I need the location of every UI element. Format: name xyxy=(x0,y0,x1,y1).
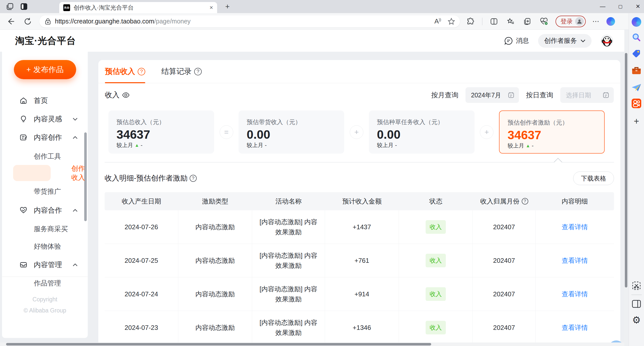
paper-plane-icon[interactable] xyxy=(631,83,641,92)
messages-button[interactable]: 消息 xyxy=(504,36,529,45)
sidebar-item-cooperation[interactable]: 内容合作 xyxy=(2,202,88,218)
card-creator-incentive[interactable]: 预估创作者激励（元） 34637 较上月▲- xyxy=(499,110,605,154)
calendar-icon xyxy=(508,92,514,98)
collections-icon[interactable] xyxy=(506,16,516,26)
screenshot-snip-icon[interactable] xyxy=(632,281,641,291)
edge-sidebar-rail: + ⚙ xyxy=(629,13,644,346)
table-row: 2024-07-25 内容动态激励 [内容动态激励] 内容效果激励 +761 收… xyxy=(105,244,614,277)
view-details-link[interactable]: 查看详情 xyxy=(562,289,588,299)
income-section-label: 收入 xyxy=(105,90,130,100)
query-by-month-label: 按月查询 xyxy=(431,91,458,100)
card-total-income[interactable]: 预估总收入（元） 34637 较上月▲- xyxy=(108,110,214,154)
add-sidebar-item-icon[interactable]: + xyxy=(634,116,639,127)
sidebar-item-creation-tools[interactable]: 创作工具 xyxy=(2,148,88,164)
shopping-tag-icon[interactable] xyxy=(632,49,641,59)
date-placeholder: 选择日期 xyxy=(566,91,591,99)
site-favicon: 光合 xyxy=(63,4,70,11)
search-sidebar-icon[interactable] xyxy=(632,33,641,42)
eye-icon[interactable] xyxy=(122,92,130,98)
window-maximize-button[interactable]: ▢ xyxy=(616,4,624,9)
publish-button[interactable]: + 发布作品 xyxy=(14,60,76,79)
chevron-up-icon xyxy=(73,209,78,212)
chevron-up-icon xyxy=(73,136,78,139)
extensions-icon[interactable] xyxy=(465,16,476,26)
income-tabs: 预估收入 ? 结算记录 ? xyxy=(98,60,620,83)
address-bar[interactable]: https://creator.guanghe.taobao.com/page/… xyxy=(39,15,460,27)
read-aloud-icon[interactable]: A)) xyxy=(433,16,443,26)
profile-icon xyxy=(575,17,584,26)
tab-settlement-records[interactable]: 结算记录 ? xyxy=(161,60,202,83)
heart-hands-icon xyxy=(20,207,27,214)
sidebar-item-creation[interactable]: 内容创作 xyxy=(2,129,88,146)
trend-up-icon: ▲ xyxy=(526,143,530,149)
status-badge: 收入 xyxy=(426,254,446,267)
browser-essentials-icon[interactable] xyxy=(539,16,549,26)
vertical-tabs-icon[interactable] xyxy=(20,2,28,11)
copilot-icon[interactable] xyxy=(606,17,615,26)
settings-gear-icon[interactable]: ⚙ xyxy=(632,315,641,325)
scrollbar-thumb[interactable] xyxy=(625,53,627,287)
sidebar-item-service-purchase[interactable]: 服务商采买 xyxy=(2,221,88,237)
add-tabs-icon[interactable] xyxy=(522,16,532,26)
message-icon xyxy=(504,37,513,45)
kuaishou-icon[interactable] xyxy=(631,98,641,108)
calendar-icon xyxy=(603,92,609,98)
refresh-icon[interactable] xyxy=(23,16,33,26)
help-icon[interactable]: ? xyxy=(190,175,197,182)
help-icon[interactable]: ? xyxy=(194,68,202,75)
view-details-link[interactable]: 查看详情 xyxy=(562,222,588,232)
equals-operator: = xyxy=(220,125,233,139)
sidebar-item-management[interactable]: 内容管理 xyxy=(2,257,88,273)
browser-tab-strip: 光合 创作收入·淘宝光合平台 × + — ▢ ✕ xyxy=(0,0,644,13)
web-page: 淘宝·光合平台 消息 创作者服务 + 发布作品 首页 xyxy=(0,30,624,346)
view-details-link[interactable]: 查看详情 xyxy=(562,323,588,333)
sidebar-item-promotion[interactable]: 带货推广 xyxy=(2,183,88,199)
avatar[interactable] xyxy=(601,35,613,47)
card-sales-income[interactable]: 预估带货收入（元） 0.00 较上月- xyxy=(239,110,344,154)
date-picker[interactable]: 选择日期 xyxy=(560,87,614,103)
back-icon[interactable] xyxy=(6,16,16,26)
view-details-link[interactable]: 查看详情 xyxy=(562,255,588,266)
sidebar-item-creation-income[interactable]: 创作收入 xyxy=(2,165,88,181)
scrollbar-thumb[interactable] xyxy=(6,343,431,345)
sidebar-item-inspiration[interactable]: 内容灵感 xyxy=(2,111,88,127)
chevron-up-icon xyxy=(73,263,78,267)
site-header: 淘宝·光合平台 消息 创作者服务 xyxy=(0,30,624,52)
lock-icon xyxy=(45,18,51,25)
favorite-star-icon[interactable] xyxy=(446,16,456,26)
window-minimize-button[interactable]: — xyxy=(599,3,607,10)
sidebar-item-product-trial[interactable]: 好物体验 xyxy=(2,238,88,254)
card-task-income[interactable]: 预估种草任务收入（元） 0.00 较上月- xyxy=(369,110,475,154)
sidebar-item-works-management[interactable]: 作品管理 xyxy=(2,275,88,291)
site-logo[interactable]: 淘宝·光合平台 xyxy=(15,35,76,47)
help-icon[interactable]: ? xyxy=(138,68,145,75)
sidebar-divider xyxy=(2,277,88,277)
split-screen-icon[interactable] xyxy=(489,16,499,26)
copilot-sidebar-icon[interactable] xyxy=(632,17,641,27)
download-table-button[interactable]: 下载表格 xyxy=(573,171,614,185)
chevron-down-icon xyxy=(73,118,78,121)
table-row: 2024-07-23 内容动态激励 [内容动态激励] 内容效果激励 +1346 … xyxy=(105,311,614,344)
page-vertical-scrollbar[interactable] xyxy=(624,30,628,346)
table-row: 2024-07-24 内容动态激励 [内容动态激励] 内容效果激励 +914 收… xyxy=(105,277,614,311)
login-button[interactable]: 登录 xyxy=(555,16,586,27)
more-menu-icon[interactable]: ⋯ xyxy=(592,17,600,25)
creator-service-dropdown[interactable]: 创作者服务 xyxy=(538,34,592,48)
sidebar-item-home[interactable]: 首页 xyxy=(2,93,88,109)
month-picker[interactable]: 2024年7月 xyxy=(465,87,519,103)
tab-actions-icon[interactable] xyxy=(6,2,14,11)
sidebar-toggle-icon[interactable] xyxy=(632,300,641,308)
tab-estimated-income[interactable]: 预估收入 ? xyxy=(105,60,145,83)
window-close-button[interactable]: ✕ xyxy=(634,3,642,10)
page-horizontal-scrollbar[interactable] xyxy=(0,342,624,346)
new-tab-button[interactable]: + xyxy=(222,2,232,12)
home-icon xyxy=(20,97,27,104)
plus-operator: + xyxy=(480,125,493,139)
table-row: 2024-07-26 内容动态激励 [内容动态激励] 内容效果激励 +1437 … xyxy=(105,210,614,244)
toolbox-icon[interactable] xyxy=(631,66,641,75)
url-text[interactable]: https://creator.guanghe.taobao.com/page/… xyxy=(55,18,429,25)
browser-tab[interactable]: 光合 创作收入·淘宝光合平台 × xyxy=(59,2,217,13)
tab-close-icon[interactable]: × xyxy=(210,4,213,11)
help-icon[interactable]: ? xyxy=(522,198,528,205)
copyright: Copyright © Alibaba Group xyxy=(2,294,88,316)
